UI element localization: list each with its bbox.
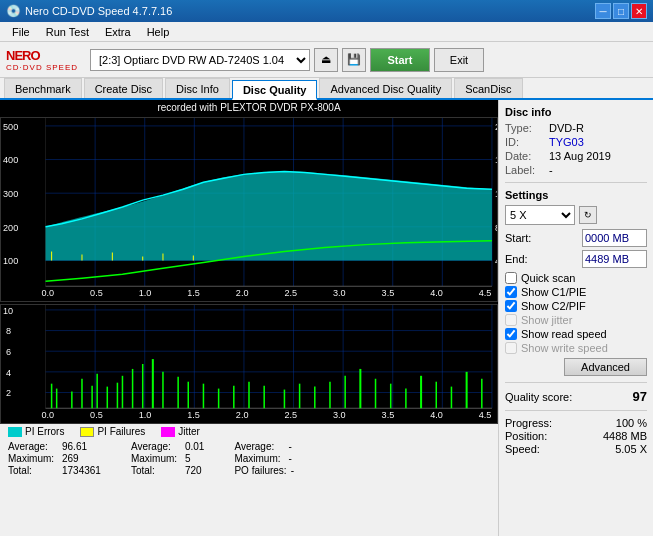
svg-text:2.5: 2.5 [284, 410, 297, 420]
pi-max-row: Maximum: 269 [8, 453, 101, 464]
lower-chart-svg: 10 8 6 4 2 0.0 0.5 1.0 1.5 2.0 2.5 3.0 3… [1, 305, 497, 423]
svg-text:1.0: 1.0 [139, 410, 152, 420]
position-row: Position: 4488 MB [505, 430, 647, 442]
svg-text:200: 200 [3, 223, 18, 233]
disc-info-title: Disc info [505, 106, 647, 118]
pi-errors-stats: Average: 96.61 Maximum: 269 Total: 17343… [8, 441, 101, 476]
pif-total-label: Total: [131, 465, 181, 476]
svg-text:0.0: 0.0 [41, 288, 54, 298]
svg-text:4.0: 4.0 [430, 410, 443, 420]
show-c1pie-row: Show C1/PIE [505, 286, 647, 298]
pif-max-label: Maximum: [131, 453, 181, 464]
speed-select[interactable]: 5 X [505, 205, 575, 225]
svg-text:100: 100 [3, 256, 18, 266]
svg-text:4.0: 4.0 [430, 288, 443, 298]
show-jitter-label: Show jitter [521, 314, 572, 326]
quick-scan-checkbox[interactable] [505, 272, 517, 284]
advanced-button[interactable]: Advanced [564, 358, 647, 376]
disc-label-val: - [549, 164, 553, 176]
tab-benchmark[interactable]: Benchmark [4, 78, 82, 98]
pi-failures-stats: Average: 0.01 Maximum: 5 Total: 720 [131, 441, 204, 476]
show-read-speed-label: Show read speed [521, 328, 607, 340]
jitter-avg-label: Average: [234, 441, 284, 452]
svg-text:4: 4 [6, 368, 11, 378]
svg-text:0.5: 0.5 [90, 288, 103, 298]
show-c1pie-label: Show C1/PIE [521, 286, 586, 298]
quick-scan-row: Quick scan [505, 272, 647, 284]
quick-scan-label: Quick scan [521, 272, 575, 284]
svg-text:0.0: 0.0 [41, 410, 54, 420]
svg-text:8: 8 [6, 327, 11, 337]
speed-refresh-button[interactable]: ↻ [579, 206, 597, 224]
maximize-button[interactable]: □ [613, 3, 629, 19]
drive-select[interactable]: [2:3] Optiarc DVD RW AD-7240S 1.04 [90, 49, 310, 71]
exit-button[interactable]: Exit [434, 48, 484, 72]
svg-text:2.0: 2.0 [236, 410, 249, 420]
divider-1 [505, 182, 647, 183]
show-write-speed-label: Show write speed [521, 342, 608, 354]
svg-text:1.5: 1.5 [187, 410, 200, 420]
stats-area: Average: 96.61 Maximum: 269 Total: 17343… [0, 439, 498, 478]
toolbar: nero CD·DVD SPEED [2:3] Optiarc DVD RW A… [0, 42, 653, 78]
speed-prog-label: Speed: [505, 443, 540, 455]
tab-scandisc[interactable]: ScanDisc [454, 78, 522, 98]
pi-errors-label: PI Errors [25, 426, 64, 437]
svg-text:500: 500 [3, 122, 18, 132]
show-c2pif-row: Show C2/PIF [505, 300, 647, 312]
svg-text:3.0: 3.0 [333, 410, 346, 420]
save-icon-button[interactable]: 💾 [342, 48, 366, 72]
disc-type-row: Type: DVD-R [505, 122, 647, 134]
svg-text:0.5: 0.5 [90, 410, 103, 420]
nero-logo-bottom: CD·DVD SPEED [6, 63, 86, 72]
show-read-speed-checkbox[interactable] [505, 328, 517, 340]
jitter-label: Jitter [178, 426, 200, 437]
svg-text:2: 2 [6, 389, 11, 399]
po-failures-row: PO failures: - [234, 465, 294, 476]
tab-advanced-disc-quality[interactable]: Advanced Disc Quality [319, 78, 452, 98]
menu-bar: File Run Test Extra Help [0, 22, 653, 42]
end-input[interactable] [582, 250, 647, 268]
svg-text:8: 8 [495, 223, 497, 233]
svg-text:1.5: 1.5 [187, 288, 200, 298]
legend-stats-area: PI Errors PI Failures Jitter Average: [0, 424, 498, 536]
svg-text:1.0: 1.0 [139, 288, 152, 298]
start-button[interactable]: Start [370, 48, 430, 72]
pi-total-label: Total: [8, 465, 58, 476]
pi-avg-val: 96.61 [62, 441, 87, 452]
progress-val: 100 % [616, 417, 647, 429]
svg-text:2.0: 2.0 [236, 288, 249, 298]
nero-logo-top: nero [6, 48, 86, 63]
pi-max-label: Maximum: [8, 453, 58, 464]
show-c1pie-checkbox[interactable] [505, 286, 517, 298]
tabs-bar: Benchmark Create Disc Disc Info Disc Qua… [0, 78, 653, 100]
show-jitter-row: Show jitter [505, 314, 647, 326]
tab-create-disc[interactable]: Create Disc [84, 78, 163, 98]
menu-file[interactable]: File [4, 24, 38, 40]
right-panel: Disc info Type: DVD-R ID: TYG03 Date: 13… [498, 100, 653, 536]
menu-run-test[interactable]: Run Test [38, 24, 97, 40]
eject-icon-button[interactable]: ⏏ [314, 48, 338, 72]
menu-help[interactable]: Help [139, 24, 178, 40]
tab-disc-info[interactable]: Disc Info [165, 78, 230, 98]
disc-type-key: Type: [505, 122, 545, 134]
minimize-button[interactable]: ─ [595, 3, 611, 19]
show-write-speed-checkbox [505, 342, 517, 354]
speed-row-prog: Speed: 5.05 X [505, 443, 647, 455]
jitter-avg-val: - [288, 441, 291, 452]
quality-score-label: Quality score: [505, 391, 572, 403]
legend-pi-errors: PI Errors [8, 426, 64, 437]
main-content: recorded with PLEXTOR DVDR PX-800A [0, 100, 653, 536]
menu-extra[interactable]: Extra [97, 24, 139, 40]
pif-max-row: Maximum: 5 [131, 453, 204, 464]
pi-total-row: Total: 1734361 [8, 465, 101, 476]
close-button[interactable]: ✕ [631, 3, 647, 19]
tab-disc-quality[interactable]: Disc Quality [232, 80, 318, 100]
svg-text:4.5: 4.5 [479, 410, 492, 420]
start-input[interactable] [582, 229, 647, 247]
show-c2pif-checkbox[interactable] [505, 300, 517, 312]
show-c2pif-label: Show C2/PIF [521, 300, 586, 312]
speed-row: 5 X ↻ [505, 205, 647, 225]
settings-title: Settings [505, 189, 647, 201]
nero-logo: nero CD·DVD SPEED [6, 45, 86, 75]
jitter-max-label: Maximum: [234, 453, 284, 464]
